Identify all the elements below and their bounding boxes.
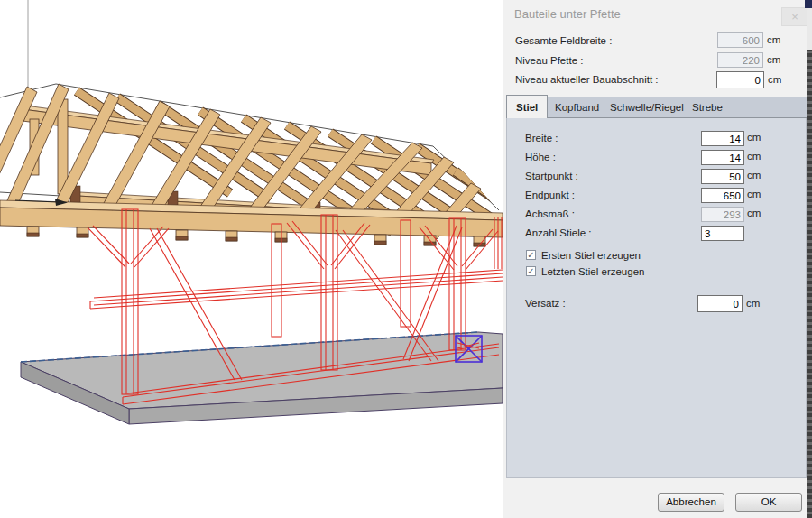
field-label-versatz: Versatz : bbox=[525, 298, 566, 309]
field-label-breite: Breite : bbox=[525, 133, 558, 143]
checkbox-label-letzten-stiel: Letzten Stiel erzeugen bbox=[541, 266, 644, 277]
app-window: Bauteile unter Pfette × Gesamte Feldbrei… bbox=[0, 0, 812, 518]
field-label-niveau-pfette: Niveau Pfette : bbox=[515, 55, 583, 66]
unit-label: cm bbox=[747, 151, 761, 162]
field-label-achsmass: Achsmaß : bbox=[525, 208, 575, 219]
field-label-niveau-bauabschnitt: Niveau aktueller Bauabschnitt : bbox=[515, 74, 659, 85]
startpunkt-input[interactable] bbox=[701, 169, 744, 184]
ersten-stiel-checkbox[interactable]: ✓ bbox=[526, 250, 536, 260]
tab-stiel[interactable]: Stiel bbox=[506, 95, 548, 119]
field-label-startpunkt: Startpunkt : bbox=[525, 171, 578, 181]
unit-label: cm bbox=[747, 170, 761, 180]
dialog-title: Bauteile unter Pfette bbox=[514, 7, 621, 21]
background-window-corner bbox=[805, 0, 812, 8]
tab-kopfband[interactable]: Kopfband bbox=[546, 97, 608, 118]
niveau-bauabschnitt-input[interactable] bbox=[716, 71, 764, 88]
niveau-pfette-input bbox=[717, 52, 763, 68]
check-icon: ✓ bbox=[527, 266, 534, 276]
checkbox-label-ersten-stiel: Ersten Stiel erzeugen bbox=[541, 250, 641, 261]
field-label-endpunkt: Endpunkt : bbox=[525, 190, 575, 200]
unit-label: cm bbox=[767, 34, 780, 45]
breite-input[interactable] bbox=[701, 131, 744, 146]
rail-riegel bbox=[90, 270, 503, 309]
background-window-edge bbox=[807, 0, 812, 518]
ok-button[interactable]: OK bbox=[735, 493, 802, 512]
anzahl-stiele-input[interactable] bbox=[701, 226, 744, 241]
roof-structure-drawing bbox=[0, 0, 503, 518]
cancel-button[interactable]: Abbrechen bbox=[658, 493, 724, 512]
tab-strip: Stiel Kopfband Schwelle/Riegel Strebe bbox=[506, 97, 807, 118]
gesamte-feldbreite-input bbox=[717, 32, 763, 48]
concrete-slab bbox=[21, 332, 503, 424]
endpunkt-input[interactable] bbox=[701, 188, 744, 203]
close-icon[interactable]: × bbox=[781, 7, 808, 26]
tab-pane-stiel: Breite : cm Höhe : cm Startpunkt : cm En… bbox=[506, 118, 807, 478]
unit-label: cm bbox=[747, 132, 761, 143]
achsmass-input bbox=[701, 207, 744, 222]
field-label-gesamte-feldbreite: Gesamte Feldbreite : bbox=[515, 35, 612, 46]
unit-label: cm bbox=[746, 298, 760, 309]
field-label-anzahl-stiele: Anzahl Stiele : bbox=[525, 227, 592, 238]
dialog-bauteile-unter-pfette: Bauteile unter Pfette × Gesamte Feldbrei… bbox=[503, 0, 808, 518]
hoehe-input[interactable] bbox=[701, 150, 744, 165]
unit-label: cm bbox=[767, 54, 780, 65]
check-icon: ✓ bbox=[527, 250, 534, 260]
unit-label: cm bbox=[747, 189, 761, 199]
unit-label: cm bbox=[747, 208, 761, 218]
cad-3d-viewport[interactable] bbox=[0, 0, 503, 518]
background-window-edge-light bbox=[807, 8, 812, 50]
tab-schwelle-riegel[interactable]: Schwelle/Riegel bbox=[601, 97, 693, 118]
field-label-hoehe: Höhe : bbox=[525, 152, 556, 162]
letzten-stiel-checkbox[interactable]: ✓ bbox=[526, 266, 536, 276]
tab-strebe[interactable]: Strebe bbox=[683, 97, 732, 118]
unit-label: cm bbox=[768, 74, 781, 85]
versatz-input[interactable] bbox=[697, 295, 743, 312]
